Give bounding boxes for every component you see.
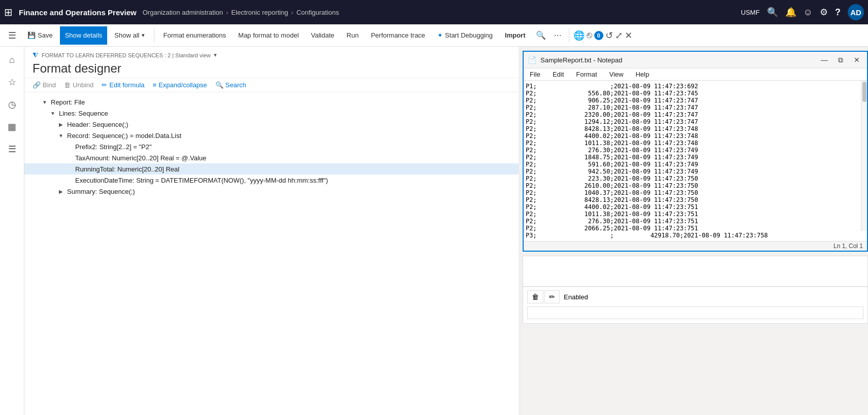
toolbar-sep-1 — [154, 28, 154, 43]
tree-arrow-5 — [65, 154, 73, 162]
filter-icon[interactable]: ⧨ — [33, 51, 39, 59]
user-label: USMF — [741, 9, 760, 16]
notepad-menu-file[interactable]: File — [524, 68, 546, 80]
refresh-icon[interactable]: ↺ — [605, 30, 613, 41]
right-section: 📄 SampleReport.txt - Notepad — ⧉ ✕ File … — [523, 47, 868, 415]
app-title: Finance and Operations Preview — [19, 8, 137, 17]
close-toolbar-icon[interactable]: ✕ — [625, 30, 632, 41]
breadcrumb-item-2[interactable]: Configurations — [297, 9, 339, 16]
drag-handle[interactable] — [519, 47, 523, 415]
enabled-delete-button[interactable]: 🗑 — [527, 290, 543, 303]
tree-node-4[interactable]: Prefix2: String[2..2] = "P2" — [24, 141, 519, 152]
bell-icon[interactable]: 🔔 — [785, 7, 796, 18]
avatar[interactable]: AD — [848, 4, 864, 20]
notepad-menu-help[interactable]: Help — [629, 68, 655, 80]
top-bar: ⊞ Finance and Operations Preview Organiz… — [0, 0, 868, 24]
tree-node-2[interactable]: Header: Sequence(;) — [24, 119, 519, 130]
help-icon[interactable]: ? — [835, 7, 841, 18]
tree-arrow-1 — [49, 109, 57, 117]
standard-view-chevron-icon: ▾ — [214, 52, 217, 58]
edit-formula-button[interactable]: ✏ Edit formula — [102, 81, 144, 89]
save-button[interactable]: 💾 Save — [22, 26, 58, 45]
bottom-panel: 🗑 ✏ Enabled — [523, 256, 868, 324]
format-enumerations-button[interactable]: Format enumerations — [158, 26, 232, 45]
gear-icon[interactable]: ⚙ — [820, 7, 828, 18]
search-fd-button[interactable]: 🔍 Search — [215, 81, 246, 89]
top-bar-right: USMF 🔍 🔔 ☺ ⚙ ? AD — [741, 4, 864, 20]
tree-arrow-7 — [65, 176, 73, 184]
tree-node-7[interactable]: ExecutionDateTime: String = DATETIMEFORM… — [24, 175, 519, 186]
grid-icon[interactable]: ⊞ — [4, 6, 13, 18]
tree-node-0[interactable]: Report: File — [24, 96, 519, 108]
notepad-menu-format[interactable]: Format — [570, 68, 603, 80]
notepad-panel: 📄 SampleReport.txt - Notepad — ⧉ ✕ File … — [523, 51, 868, 252]
face-icon[interactable]: ☺ — [803, 7, 813, 18]
expand-icon[interactable]: ⤢ — [615, 30, 623, 41]
notepad-status: Ln 1, Col 1 — [524, 241, 867, 251]
side-star-icon[interactable]: ☆ — [3, 73, 21, 91]
tree-area: Report: File Lines: Sequence Header: Seq… — [24, 92, 519, 415]
tree-node-6[interactable]: RunningTotal: Numeric[20..20] Real — [24, 163, 519, 175]
toolbar-sep-2 — [569, 28, 569, 43]
enabled-label: Enabled — [564, 293, 588, 301]
enabled-row: 🗑 ✏ Enabled — [523, 287, 867, 306]
globe-icon[interactable]: 🌐 — [573, 30, 585, 41]
side-clock-icon[interactable]: ◷ — [3, 95, 21, 114]
more-icon[interactable]: ··· — [551, 28, 565, 43]
debug-icon: ✦ — [437, 31, 443, 39]
main-toolbar: ☰ 💾 Save Show details Show all ▾ Format … — [0, 24, 868, 47]
show-all-button[interactable]: Show all ▾ — [109, 26, 149, 45]
tree-arrow-2 — [57, 120, 65, 128]
hamburger-icon[interactable]: ☰ — [4, 28, 20, 43]
notification-badge[interactable]: 0 — [594, 31, 603, 40]
expand-collapse-button[interactable]: ≡ Expand/collapse — [153, 81, 207, 89]
minimize-button[interactable]: — — [818, 54, 830, 66]
tree-arrow-6 — [65, 165, 73, 173]
import-button[interactable]: Import — [500, 26, 530, 45]
breadcrumb-item-1[interactable]: Electronic reporting — [231, 9, 288, 16]
enabled-edit-button[interactable]: ✏ — [544, 290, 560, 303]
perf-trace-button[interactable]: Performance trace — [366, 26, 430, 45]
notepad-menu-view[interactable]: View — [603, 68, 630, 80]
close-notepad-button[interactable]: ✕ — [851, 54, 863, 66]
bind-button[interactable]: 🔗 Bind — [33, 81, 56, 89]
map-format-button[interactable]: Map format to model — [233, 26, 304, 45]
search-toolbar-icon[interactable]: 🔍 — [533, 28, 549, 42]
bind-icon: 🔗 — [33, 81, 41, 89]
run-button[interactable]: Run — [341, 26, 364, 45]
search-icon[interactable]: 🔍 — [767, 7, 778, 18]
notepad-menu-edit[interactable]: Edit — [546, 68, 570, 80]
restore-button[interactable]: ⧉ — [834, 54, 847, 66]
enabled-input-container — [523, 306, 867, 323]
breadcrumb-sep-1: › — [291, 9, 293, 16]
tree-node-1[interactable]: Lines: Sequence — [24, 108, 519, 119]
share-icon[interactable]: ⎋ — [587, 30, 592, 41]
unbind-icon: 🗑 — [64, 81, 71, 89]
side-home-icon[interactable]: ⌂ — [3, 51, 21, 69]
validate-button[interactable]: Validate — [306, 26, 339, 45]
show-details-button[interactable]: Show details — [60, 26, 108, 45]
content-panel: ⧨ FORMAT TO LEARN DEFERRED SEQUENCES : 2… — [24, 47, 519, 415]
side-list-icon[interactable]: ☰ — [3, 140, 21, 158]
side-icons: ⌂ ☆ ◷ ▦ ☰ — [0, 47, 24, 415]
start-debugging-button[interactable]: ✦ Start Debugging — [432, 26, 498, 45]
tree-arrow-3 — [57, 131, 65, 140]
tree-node-8[interactable]: Summary: Sequence(;) — [24, 186, 519, 197]
breadcrumb: Organization administration › Electronic… — [143, 9, 735, 16]
tree-arrow-4 — [65, 143, 73, 151]
fd-header: ⧨ FORMAT TO LEARN DEFERRED SEQUENCES : 2… — [24, 47, 519, 78]
tree-arrow-0 — [41, 98, 49, 106]
side-calendar-icon[interactable]: ▦ — [3, 118, 21, 136]
fd-title: Format designer — [33, 61, 510, 76]
unbind-button[interactable]: 🗑 Unbind — [64, 81, 93, 89]
notepad-titlebar: 📄 SampleReport.txt - Notepad — ⧉ ✕ — [524, 52, 867, 68]
tree-node-5[interactable]: TaxAmount: Numeric[20..20] Real = @.Valu… — [24, 152, 519, 163]
tree-node-3[interactable]: Record: Sequence(;) = model.Data.List — [24, 130, 519, 141]
breadcrumb-item-0[interactable]: Organization administration — [143, 9, 223, 16]
enabled-input[interactable] — [527, 306, 863, 319]
search-fd-icon: 🔍 — [215, 81, 223, 89]
notepad-file-icon: 📄 — [528, 56, 536, 64]
fd-breadcrumb: ⧨ FORMAT TO LEARN DEFERRED SEQUENCES : 2… — [33, 51, 510, 59]
bottom-text-area[interactable] — [523, 256, 867, 287]
notepad-content[interactable]: P1; ;2021-08-09 11:47:23:692 P2; 556.80;… — [524, 81, 867, 241]
